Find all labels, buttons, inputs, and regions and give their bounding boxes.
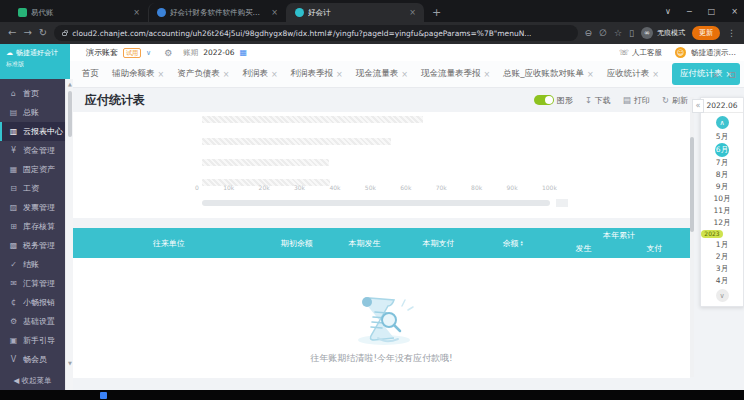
- panel-collapse-button[interactable]: «: [692, 99, 704, 113]
- subcol-incurred[interactable]: 发生: [548, 243, 619, 254]
- tab-close-icon[interactable]: ×: [133, 8, 140, 17]
- close-icon[interactable]: ×: [484, 70, 491, 79]
- taskbar-app-icon[interactable]: [100, 392, 107, 399]
- toggle-switch[interactable]: [534, 95, 554, 105]
- sidebar-item-closing[interactable]: ✓结账: [0, 255, 65, 274]
- col-balance[interactable]: 余额 ▴▾: [477, 228, 548, 258]
- month-item[interactable]: 4月: [716, 275, 728, 287]
- graph-toggle[interactable]: 图形: [534, 95, 573, 106]
- sidebar-item-funds[interactable]: ¥资金管理: [0, 141, 65, 160]
- browser-tab-haokuaiji-active[interactable]: 好会计 ×: [286, 3, 424, 22]
- bookmark-star-icon[interactable]: ☆: [614, 29, 622, 38]
- browser-menu-icon[interactable]: ⋮: [727, 29, 736, 38]
- close-all-tabs-icon[interactable]: ×: [712, 70, 720, 80]
- browser-tab-yidaizhang[interactable]: 易代账 ×: [10, 3, 148, 22]
- sidebar-item-settings[interactable]: ⚙基础设置: [0, 312, 65, 331]
- doc-tab[interactable]: 辅助余额表×: [112, 68, 164, 80]
- zoom-icon[interactable]: ⊖: [585, 29, 593, 38]
- minimize-button[interactable]: ─: [687, 7, 692, 16]
- sidebar-item-guide[interactable]: ▣新手引导: [0, 331, 65, 350]
- close-icon[interactable]: ×: [271, 70, 278, 79]
- close-icon[interactable]: ×: [401, 70, 408, 79]
- sidebar-item-inventory[interactable]: ⊞库存核算: [0, 217, 65, 236]
- scroll-up-icon[interactable]: ▲: [66, 81, 74, 87]
- url-text[interactable]: cloud2.chanjet.com/accounting/uh26t264j5…: [72, 29, 531, 38]
- customer-service-button[interactable]: ☏ 人工客服: [619, 48, 662, 58]
- account-caret-icon[interactable]: ∨: [146, 49, 151, 57]
- doc-tab[interactable]: 现金流量表季报×: [421, 68, 490, 80]
- close-icon[interactable]: ×: [158, 70, 165, 79]
- user-avatar[interactable]: ☺: [675, 47, 686, 58]
- restore-button[interactable]: □: [708, 7, 716, 16]
- month-item[interactable]: 5月: [716, 131, 728, 143]
- doc-tab-home[interactable]: 首页: [82, 68, 99, 80]
- account-set-name[interactable]: 演示账套: [86, 47, 118, 58]
- refresh-button[interactable]: ↻ 刷新: [662, 95, 688, 106]
- calendar-icon[interactable]: ▦: [240, 48, 248, 57]
- privacy-icon[interactable]: ∅: [599, 29, 607, 38]
- month-item[interactable]: 3月: [716, 263, 728, 275]
- scrollbar-thumb[interactable]: [68, 91, 72, 137]
- month-item[interactable]: 2月: [716, 251, 728, 263]
- col-partner[interactable]: 往来单位: [73, 228, 264, 258]
- col-period-paid[interactable]: 本期支付: [400, 228, 477, 258]
- back-icon[interactable]: ←: [8, 28, 16, 38]
- reload-icon[interactable]: ↻: [39, 28, 47, 38]
- tab-close-icon[interactable]: ×: [271, 8, 278, 17]
- period-value[interactable]: 2022-06: [203, 48, 234, 57]
- month-item[interactable]: 10月: [713, 193, 730, 205]
- month-item[interactable]: 7月: [716, 157, 728, 169]
- sidebar-item-settlement[interactable]: ✉汇算管理: [0, 274, 65, 293]
- sidebar-item-payroll[interactable]: ⊟工资: [0, 179, 65, 198]
- user-name[interactable]: 畅捷通演示…: [691, 48, 736, 58]
- browser-update-button[interactable]: 更新: [692, 26, 720, 40]
- tab-close-icon[interactable]: ×: [409, 8, 416, 17]
- sidebar-item-home[interactable]: ⌂首页: [0, 84, 65, 103]
- coin-icon: ¢: [9, 298, 18, 307]
- collapse-menu-button[interactable]: ◀ 收起菜单: [0, 376, 65, 386]
- doc-tab[interactable]: 现金流量表×: [356, 68, 408, 80]
- sidebar-scrollbar[interactable]: ▲ ▼: [65, 79, 73, 390]
- sidebar-item-fixed-assets[interactable]: ▦固定资产: [0, 160, 65, 179]
- month-item[interactable]: 11月: [713, 205, 730, 217]
- doc-tab[interactable]: 总账_应收账款对账单×: [503, 68, 593, 80]
- tab-search-icon[interactable]: ∨: [665, 7, 671, 16]
- browser-tab-haokuaiji-price[interactable]: 好会计财务软件软件购买价格及... ×: [148, 3, 286, 22]
- month-scroll-up-icon[interactable]: ∧: [716, 116, 729, 129]
- close-icon[interactable]: ×: [587, 70, 594, 79]
- side-panel-icon[interactable]: ▯: [629, 29, 634, 38]
- sidebar-item-invoices[interactable]: ▨发票管理: [0, 198, 65, 217]
- download-button[interactable]: ↧ 下载: [585, 95, 611, 106]
- col-period-incurred[interactable]: 本期发生: [329, 228, 400, 258]
- close-button[interactable]: ×: [731, 7, 738, 16]
- content-scrollbar[interactable]: [690, 97, 694, 377]
- sidebar-item-reimburse[interactable]: ¢小畅报销: [0, 293, 65, 312]
- address-bar[interactable]: cloud2.chanjet.com/accounting/uh26t264j5…: [54, 25, 577, 41]
- doc-tab[interactable]: 应收统计表×: [607, 68, 659, 80]
- doc-tab[interactable]: 资产负债表×: [177, 68, 229, 80]
- month-item[interactable]: 8月: [716, 169, 728, 181]
- close-icon[interactable]: ×: [652, 70, 659, 79]
- close-icon[interactable]: ×: [223, 70, 230, 79]
- month-item[interactable]: 1月: [716, 239, 728, 251]
- print-button[interactable]: ▤ 打印: [623, 95, 650, 106]
- forward-icon[interactable]: →: [23, 28, 31, 38]
- sidebar-item-cloud-reports[interactable]: ▥云报表中心: [0, 122, 65, 141]
- settings-gear-icon[interactable]: ⚙: [164, 48, 172, 58]
- doc-tab[interactable]: 利润表季报×: [291, 68, 343, 80]
- scrollbar-thumb[interactable]: [690, 137, 694, 232]
- month-item-selected[interactable]: 6月: [715, 143, 729, 157]
- sidebar-item-membership[interactable]: Ⅴ畅会员: [0, 350, 65, 369]
- new-tab-button[interactable]: +: [432, 6, 441, 19]
- fullscreen-icon[interactable]: ⊡: [728, 70, 736, 80]
- col-opening-balance[interactable]: 期初余额: [264, 228, 329, 258]
- month-scroll-down-icon[interactable]: ∨: [716, 289, 729, 302]
- subcol-paid[interactable]: 支付: [619, 243, 690, 254]
- month-item[interactable]: 9月: [716, 181, 728, 193]
- sidebar-item-ledger[interactable]: ▤总账: [0, 103, 65, 122]
- month-item[interactable]: 12月: [713, 217, 730, 229]
- close-icon[interactable]: ×: [336, 70, 343, 79]
- sidebar-item-tax[interactable]: ▩税务管理: [0, 236, 65, 255]
- doc-tab[interactable]: 利润表×: [242, 68, 277, 80]
- sort-icon[interactable]: ▴▾: [520, 240, 522, 247]
